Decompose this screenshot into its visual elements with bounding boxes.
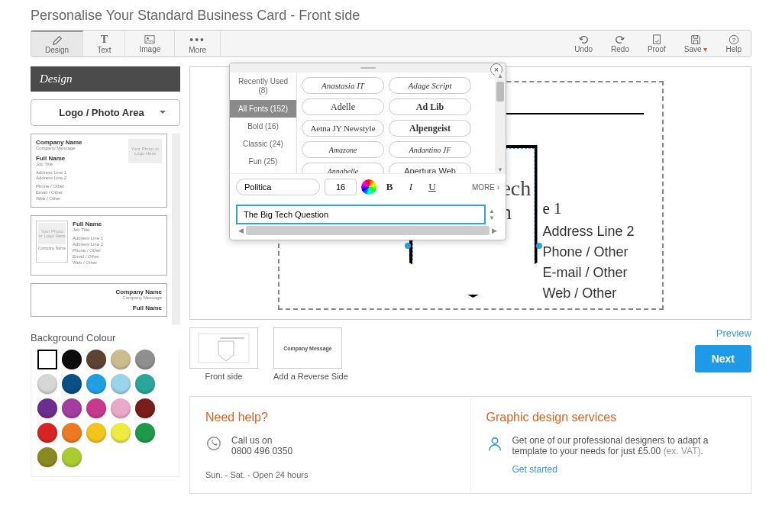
font-editor-popup: × Recently Used(8) All Fonts (152) Bold …: [229, 63, 506, 240]
redo-button[interactable]: Redo: [602, 31, 638, 56]
colour-swatches: [31, 350, 180, 477]
colour-swatch[interactable]: [86, 374, 106, 394]
design-label: Design: [45, 46, 69, 54]
template-thumbnails: Your Photo or Logo Here Company Name Com…: [31, 134, 180, 324]
colour-swatch[interactable]: [62, 423, 82, 443]
colour-swatch[interactable]: [62, 447, 82, 467]
more-tool-button[interactable]: ••• More: [175, 31, 221, 56]
email-field: E-mail / Other: [543, 263, 635, 283]
colour-swatch[interactable]: [37, 374, 57, 394]
hscroll-track[interactable]: [246, 226, 490, 235]
help-button[interactable]: ? Help: [716, 31, 751, 56]
colour-swatch[interactable]: [135, 374, 155, 394]
font-cat-bold[interactable]: Bold (16): [230, 118, 296, 135]
colour-swatch[interactable]: [111, 423, 131, 443]
design-tool-button[interactable]: Design: [31, 31, 83, 56]
font-option[interactable]: Adelle: [302, 98, 384, 115]
colour-swatch[interactable]: [62, 350, 82, 369]
font-scrollbar[interactable]: [495, 73, 506, 173]
font-option[interactable]: Aetna JY Newstyle: [302, 120, 384, 137]
font-cat-classic[interactable]: Classic (24): [230, 135, 296, 153]
font-option[interactable]: Adage Script: [389, 77, 471, 94]
font-cat-all[interactable]: All Fonts (152): [230, 100, 296, 118]
font-option[interactable]: Andantino JF: [389, 141, 471, 158]
colour-swatch[interactable]: [135, 398, 155, 418]
front-side-thumb: ···: [189, 327, 258, 369]
colour-swatch[interactable]: [37, 423, 57, 443]
text-icon: T: [101, 34, 108, 46]
text-tool-button[interactable]: T Text: [83, 31, 125, 56]
redo-label: Redo: [611, 45, 629, 53]
font-option[interactable]: Ad Lib: [389, 98, 471, 115]
colour-swatch[interactable]: [86, 423, 106, 443]
font-grid: Anastasia ITAdage ScriptAdelleAd LibAetn…: [297, 73, 495, 173]
front-side-option[interactable]: ··· Front side: [189, 327, 258, 381]
colour-swatch[interactable]: [86, 398, 106, 418]
text-stepper[interactable]: ▲▼: [489, 208, 499, 221]
thumbnail-scrollbar[interactable]: [172, 134, 180, 164]
canvas-area: The Big Tech Question e 1 Address Line 2…: [189, 66, 751, 494]
image-tool-button[interactable]: Image: [125, 31, 175, 56]
preview-link[interactable]: Preview: [716, 327, 751, 339]
font-option[interactable]: Annabelle: [302, 163, 384, 173]
more-formatting-button[interactable]: MORE ›: [472, 183, 499, 192]
svg-text:···: ···: [235, 344, 238, 348]
next-button[interactable]: Next: [695, 345, 751, 372]
gds-vat-note: (ex. VAT): [664, 446, 701, 456]
colour-swatch[interactable]: [37, 350, 57, 369]
colour-swatch[interactable]: [111, 350, 131, 369]
bold-button[interactable]: B: [381, 179, 398, 195]
popup-drag-handle[interactable]: ×: [230, 63, 506, 73]
proof-icon: [651, 34, 663, 45]
hscroll-left[interactable]: ◀: [236, 227, 246, 234]
card-contact-block[interactable]: e 1 Address Line 2 Phone / Other E-mail …: [543, 197, 635, 304]
logo-photo-dropdown[interactable]: Logo / Photo Area: [31, 99, 180, 126]
add-reverse-option[interactable]: Company Message Add a Reverse Side: [273, 327, 348, 381]
font-option[interactable]: Apertura Web: [389, 163, 471, 173]
undo-label: Undo: [574, 45, 593, 53]
reverse-side-label: Add a Reverse Side: [273, 372, 348, 381]
colour-swatch[interactable]: [37, 447, 57, 467]
help-icon: ?: [728, 34, 740, 45]
thumb-company: Company Name: [37, 246, 67, 251]
template-thumb[interactable]: Your Photo or Logo Here Company Name Ful…: [31, 215, 167, 276]
colour-swatch[interactable]: [62, 374, 82, 394]
font-cat-recent[interactable]: Recently Used(8): [230, 73, 296, 100]
font-cat-fun[interactable]: Fun (25): [230, 153, 296, 170]
colour-swatch[interactable]: [111, 374, 131, 394]
text-hscroll: ◀ ▶: [230, 224, 506, 240]
colour-swatch[interactable]: [62, 398, 82, 418]
design-services-panel: Graphic design services Get one of our p…: [470, 397, 751, 493]
colour-picker-icon[interactable]: [361, 179, 376, 195]
colour-swatch[interactable]: [37, 398, 57, 418]
font-option[interactable]: Anastasia IT: [302, 77, 384, 94]
colour-swatch[interactable]: [111, 398, 131, 418]
underline-button[interactable]: U: [424, 179, 441, 195]
font-size-input[interactable]: [325, 179, 357, 195]
template-thumb[interactable]: Your Photo or Logo Here Company Name Com…: [31, 134, 167, 208]
undo-icon: [577, 34, 590, 45]
font-name-input[interactable]: [236, 179, 320, 195]
font-option[interactable]: Amazone: [302, 141, 384, 158]
thumb-logo-placeholder: Your Photo or Logo Here: [38, 223, 66, 244]
colour-swatch[interactable]: [86, 350, 106, 369]
save-label: Save ▾: [684, 45, 708, 53]
text-content-input[interactable]: [236, 205, 486, 224]
get-started-link[interactable]: Get started: [512, 464, 557, 475]
hscroll-right[interactable]: ▶: [490, 227, 499, 234]
pencil-icon: [51, 35, 63, 46]
save-button[interactable]: Save ▾: [675, 31, 717, 56]
font-category-list: Recently Used(8) All Fonts (152) Bold (1…: [230, 73, 297, 173]
svg-point-1: [147, 37, 149, 39]
design-panel-header: Design: [31, 66, 180, 92]
font-option[interactable]: Alpengeist: [389, 120, 471, 137]
italic-button[interactable]: I: [402, 179, 419, 195]
template-thumb[interactable]: Company Name Company Message Full Name: [31, 283, 167, 317]
save-icon: [690, 34, 702, 45]
undo-button[interactable]: Undo: [565, 31, 602, 56]
proof-button[interactable]: Proof: [638, 31, 675, 56]
colour-swatch[interactable]: [135, 350, 155, 369]
thumb-email: Email / Other: [36, 190, 162, 196]
main-toolbar: Design T Text Image ••• More Undo Redo P…: [31, 30, 751, 57]
colour-swatch[interactable]: [135, 423, 155, 443]
